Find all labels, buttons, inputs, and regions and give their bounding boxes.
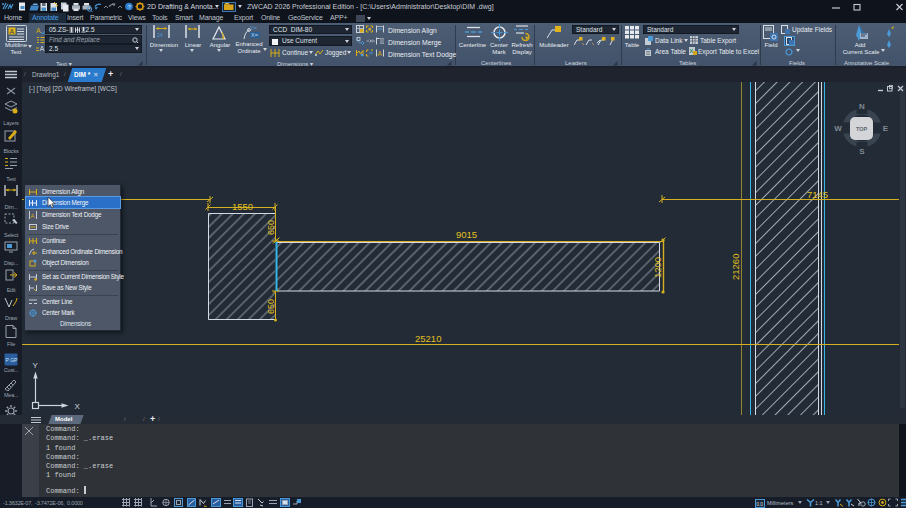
svg-text:E: E (883, 124, 889, 133)
svg-text:0.0: 0.0 (756, 500, 763, 506)
svg-text:m: m (647, 47, 650, 51)
svg-text:P GP: P GP (6, 357, 19, 363)
svg-text:Y: Y (33, 361, 39, 370)
svg-text:A: A (36, 27, 41, 34)
svg-text:650: 650 (266, 299, 276, 314)
svg-text:1200: 1200 (652, 257, 663, 278)
svg-text:S: S (859, 147, 865, 156)
svg-text:N: N (859, 102, 865, 111)
svg-text:A: A (31, 212, 35, 218)
svg-text:650: 650 (266, 220, 276, 235)
svg-text:24: 24 (157, 32, 163, 38)
svg-text:21260: 21260 (730, 254, 741, 280)
svg-text:1550: 1550 (232, 201, 253, 212)
svg-text:A: A (10, 28, 15, 35)
svg-text:X=: X= (251, 32, 258, 38)
svg-text:TOP: TOP (856, 126, 868, 132)
svg-text:25210: 25210 (415, 333, 441, 344)
svg-text:7145: 7145 (807, 189, 828, 200)
svg-text:Y=: Y= (250, 25, 257, 31)
svg-text:W: W (834, 124, 842, 133)
svg-text:9015: 9015 (456, 229, 477, 240)
svg-text:X: X (75, 402, 81, 411)
svg-text:A: A (378, 50, 383, 57)
